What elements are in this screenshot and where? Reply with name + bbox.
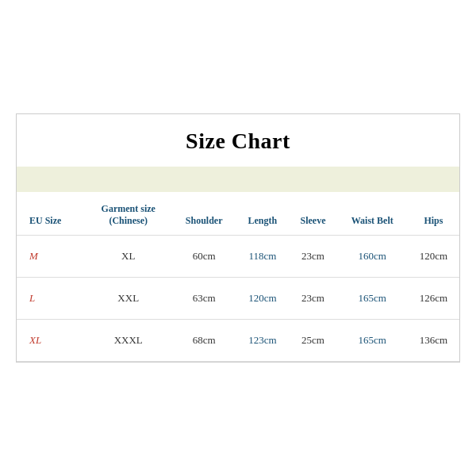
cell-hips-2: 136cm [408, 320, 459, 362]
table-row: MXL60cm118cm23cm160cm120cm [17, 236, 459, 278]
cell-garment_size-0: XL [85, 236, 172, 278]
cell-shoulder-2: 68cm [172, 320, 236, 362]
cell-eu_size-1: L [17, 278, 85, 320]
col-header-eu-size: EU Size [17, 192, 85, 236]
cell-waist_belt-0: 160cm [337, 236, 408, 278]
col-header-shoulder: Shoulder [172, 192, 236, 236]
table-row: XLXXXL68cm123cm25cm165cm136cm [17, 320, 459, 362]
size-table: EU Size Garment size(Chinese) Shoulder L… [17, 192, 459, 362]
header-band [17, 167, 459, 192]
cell-shoulder-0: 60cm [172, 236, 236, 278]
table-row: LXXL63cm120cm23cm165cm126cm [17, 278, 459, 320]
cell-sleeve-2: 25cm [289, 320, 336, 362]
cell-hips-1: 126cm [408, 278, 459, 320]
cell-garment_size-1: XXL [85, 278, 172, 320]
table-header-row: EU Size Garment size(Chinese) Shoulder L… [17, 192, 459, 236]
cell-length-1: 120cm [236, 278, 289, 320]
col-header-hips: Hips [408, 192, 459, 236]
cell-garment_size-2: XXXL [85, 320, 172, 362]
cell-eu_size-2: XL [17, 320, 85, 362]
cell-shoulder-1: 63cm [172, 278, 236, 320]
cell-waist_belt-1: 165cm [337, 278, 408, 320]
cell-sleeve-0: 23cm [289, 236, 336, 278]
cell-eu_size-0: M [17, 236, 85, 278]
chart-title: Size Chart [17, 114, 459, 167]
col-header-waist-belt: Waist Belt [337, 192, 408, 236]
cell-length-0: 118cm [236, 236, 289, 278]
cell-waist_belt-2: 165cm [337, 320, 408, 362]
cell-length-2: 123cm [236, 320, 289, 362]
cell-hips-0: 120cm [408, 236, 459, 278]
col-header-length: Length [236, 192, 289, 236]
size-chart: Size Chart EU Size Garment size(Chinese)… [16, 113, 460, 363]
col-header-garment-size: Garment size(Chinese) [85, 192, 172, 236]
cell-sleeve-1: 23cm [289, 278, 336, 320]
col-header-sleeve: Sleeve [289, 192, 336, 236]
